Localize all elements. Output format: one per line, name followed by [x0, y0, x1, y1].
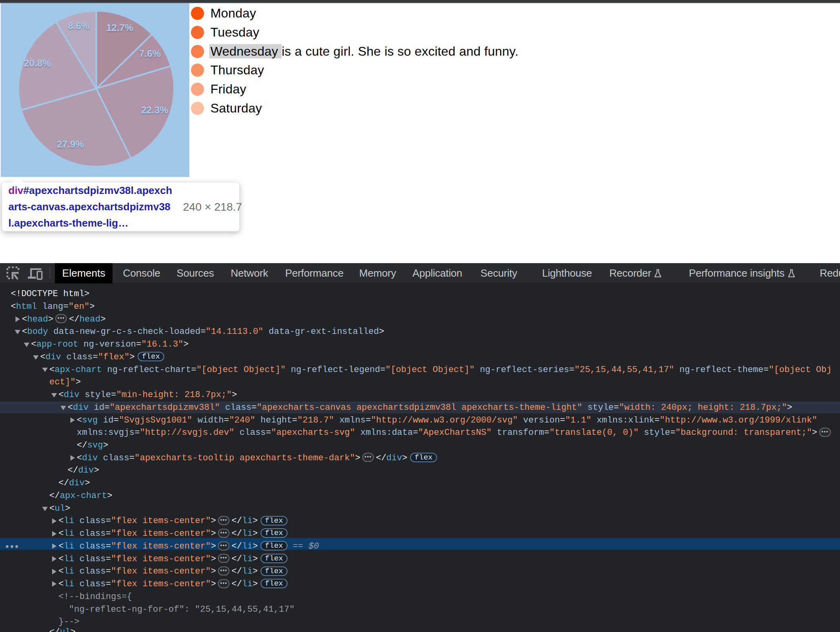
- svg-text:27.9%: 27.9%: [57, 139, 84, 149]
- svg-text:12.7%: 12.7%: [106, 22, 133, 33]
- svg-text:22.3%: 22.3%: [141, 105, 168, 115]
- svg-text:7.6%: 7.6%: [139, 48, 161, 59]
- svg-text:8.6%: 8.6%: [68, 20, 90, 31]
- svg-text:20.8%: 20.8%: [24, 58, 51, 68]
